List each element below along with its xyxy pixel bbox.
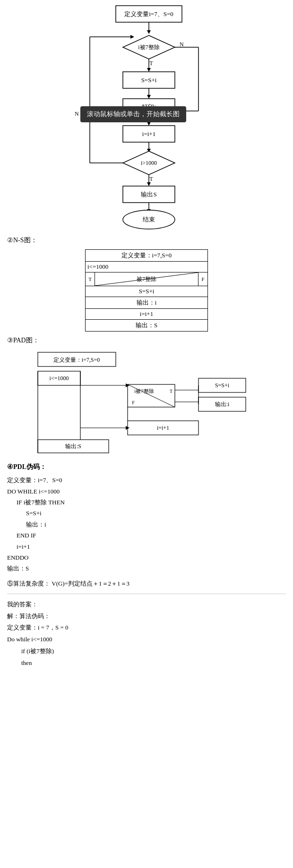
svg-text:i>1000: i>1000 bbox=[141, 160, 157, 166]
flowchart-area: 定义变量i=7、S=0 i被7整除 T N S=S+i bbox=[7, 5, 286, 231]
svg-text:定义变量i=7、S=0: 定义变量i=7、S=0 bbox=[124, 10, 173, 17]
svg-text:S=S+i: S=S+i bbox=[141, 77, 157, 84]
svg-marker-19 bbox=[147, 95, 151, 99]
answer-line-0: 解：算法伪码： bbox=[7, 611, 286, 622]
svg-marker-3 bbox=[147, 30, 151, 34]
ns-cell-inc: i=i+1 bbox=[86, 309, 208, 320]
pdl-line-6: i=i+1 bbox=[7, 541, 286, 552]
svg-text:T: T bbox=[149, 176, 153, 182]
pdl-line-1: DO WHILE i<=1000 bbox=[7, 486, 286, 497]
pdl-line-4: 输出：i bbox=[7, 519, 286, 530]
answer-line-4: then bbox=[7, 657, 286, 669]
ns-row-outi: 输出：i bbox=[86, 297, 208, 309]
answer-title: 我的答案： bbox=[7, 599, 286, 611]
answer-line-3: if (i被7整除) bbox=[7, 646, 286, 657]
svg-marker-10 bbox=[147, 68, 151, 72]
tooltip-text: 滚动鼠标轴或单击，开始截长图 bbox=[87, 111, 180, 118]
svg-marker-26 bbox=[147, 122, 151, 126]
pdl-section: ④PDL伪码： 定义变量：i=7、S=0 DO WHILE i<=1000 IF… bbox=[7, 461, 286, 574]
answer-section: 我的答案： 解：算法伪码： 定义变量：i = 7，S = 0 Do while … bbox=[7, 599, 286, 669]
pdl-line-2: IF i被7整除 THEN bbox=[7, 497, 286, 508]
svg-text:i<=1000: i<=1000 bbox=[50, 375, 69, 382]
svg-text:输出S: 输出S bbox=[141, 191, 156, 198]
ns-row-ss: S=S+i bbox=[86, 286, 208, 297]
page-container: 定义变量i=7、S=0 i被7整除 T N S=S+i bbox=[0, 0, 293, 673]
svg-text:F: F bbox=[132, 400, 135, 405]
svg-text:输出:S: 输出:S bbox=[65, 443, 81, 450]
ns-cell-outi: 输出：i bbox=[86, 297, 208, 309]
complexity-section: ⑤算法复杂度： V(G)=判定结点＋1＝2＋1＝3 bbox=[7, 578, 286, 589]
pad-svg: 定义变量：i=7,S=0 i<=1000 i被7整除 T F S=S+i 输出:… bbox=[28, 348, 265, 456]
ns-f-label: F bbox=[198, 272, 208, 286]
svg-text:i=i+1: i=i+1 bbox=[142, 130, 155, 137]
pdl-line-8: 输出：S bbox=[7, 563, 286, 574]
ns-cell-define: 定义变量：i=7,S=0 bbox=[86, 250, 208, 262]
svg-marker-35 bbox=[147, 182, 151, 186]
pdl-line-3: S=S+i bbox=[7, 508, 286, 519]
svg-text:i=i+1: i=i+1 bbox=[157, 425, 169, 431]
svg-text:T: T bbox=[170, 389, 172, 394]
svg-text:输出:i: 输出:i bbox=[215, 401, 230, 408]
ns-cell-ss: S=S+i bbox=[86, 286, 208, 297]
pad-label: ③PAD图： bbox=[7, 336, 286, 345]
complexity-text: ⑤算法复杂度： V(G)=判定结点＋1＝2＋1＝3 bbox=[7, 580, 129, 587]
pad-chart-container: 定义变量：i=7,S=0 i<=1000 i被7整除 T F S=S+i 输出:… bbox=[28, 348, 265, 456]
ns-row-2: i<=1000 bbox=[86, 262, 208, 272]
ns-row-1: 定义变量：i=7,S=0 bbox=[86, 250, 208, 262]
ns-chart-container: 定义变量：i=7,S=0 i<=1000 T 被7整除 F S=S bbox=[85, 249, 208, 332]
svg-marker-5 bbox=[130, 35, 134, 39]
svg-text:N: N bbox=[75, 111, 79, 117]
ns-row-cond: T 被7整除 F bbox=[86, 272, 208, 286]
svg-text:i被7整除: i被7整除 bbox=[138, 44, 159, 51]
svg-text:i被7整除: i被7整除 bbox=[134, 388, 154, 394]
answer-line-1: 定义变量：i = 7，S = 0 bbox=[7, 622, 286, 634]
ns-t-label: T bbox=[86, 272, 95, 286]
answer-line-2: Do while i<=1000 bbox=[7, 634, 286, 646]
ns-table: 定义变量：i=7,S=0 i<=1000 T 被7整除 F S=S bbox=[85, 249, 208, 332]
ns-cond-cell: 被7整除 bbox=[95, 272, 198, 286]
ns-row-inc: i=i+1 bbox=[86, 309, 208, 320]
ns-cell-final: 输出：S bbox=[86, 320, 208, 332]
svg-text:S=S+i: S=S+i bbox=[215, 382, 230, 389]
svg-text:T: T bbox=[149, 60, 153, 67]
ns-label: ②N-S图： bbox=[7, 236, 286, 245]
pdl-line-0: 定义变量：i=7、S=0 bbox=[7, 475, 286, 485]
ns-cond-text: 被7整除 bbox=[137, 275, 156, 283]
ns-row-final: 输出：S bbox=[86, 320, 208, 332]
svg-text:结束: 结束 bbox=[143, 216, 155, 223]
svg-text:定义变量：i=7,S=0: 定义变量：i=7,S=0 bbox=[53, 357, 100, 363]
pdl-lines: 定义变量：i=7、S=0 DO WHILE i<=1000 IF i被7整除 T… bbox=[7, 475, 286, 574]
tooltip-overlay: 滚动鼠标轴或单击，开始截长图 bbox=[80, 106, 186, 122]
divider bbox=[7, 594, 286, 594]
pdl-line-5: END IF bbox=[7, 530, 286, 541]
pdl-title: ④PDL伪码： bbox=[7, 461, 286, 473]
pdl-line-7: ENDDO bbox=[7, 552, 286, 563]
answer-title-text: 我的答案： bbox=[7, 601, 38, 608]
ns-cell-condition: i<=1000 bbox=[86, 262, 208, 272]
svg-text:N: N bbox=[180, 41, 184, 48]
